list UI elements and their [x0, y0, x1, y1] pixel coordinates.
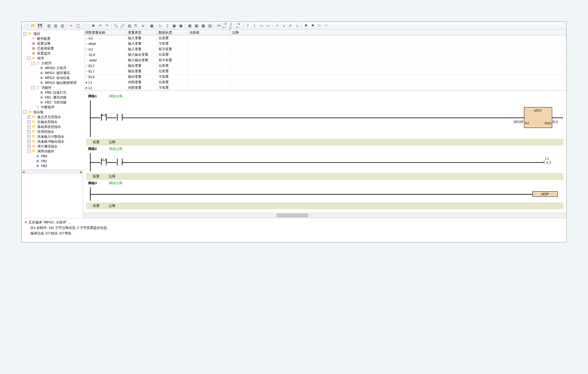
table-row[interactable]: ↘in1输入变量位装置 — [83, 36, 566, 41]
toolbar-button[interactable]: ⊣⊢ — [216, 23, 222, 29]
collapse-icon[interactable]: - — [31, 62, 35, 65]
toolbar-button[interactable]: ↗ — [287, 23, 293, 29]
tree-item[interactable]: +📁接点开关型指令 — [22, 114, 84, 119]
toolbar-button[interactable]: ▥ — [52, 23, 58, 29]
tree-item[interactable]: ▢中断程序 — [22, 105, 84, 110]
ladder-rung[interactable]: EL8 L1 (S) — [90, 153, 563, 171]
collapse-icon[interactable]: - — [23, 32, 27, 36]
table-row[interactable]: ↔dddd输入输出变量双字装置 — [83, 58, 566, 63]
tree-item[interactable]: -📁指令集 — [22, 110, 84, 114]
tree-item[interactable]: -📁项目 — [22, 31, 84, 36]
column-header[interactable]: 注释 — [230, 30, 566, 35]
toolbar-button[interactable]: ▥ — [46, 23, 52, 29]
tree-item[interactable]: ▣MPG1: 循环通讯 — [22, 70, 84, 75]
table-row[interactable]: ◆L2内部变量字装置 — [83, 85, 566, 91]
network-comment[interactable]: 网络注释 — [109, 181, 123, 185]
toolbar-button[interactable]: 🔎 — [119, 23, 126, 29]
column-header[interactable]: 数据长度 — [157, 30, 187, 35]
toolbar-button[interactable]: ↘ — [281, 23, 287, 29]
collapse-icon[interactable]: - — [23, 110, 27, 114]
tree-item[interactable]: +📁串行通讯指令 — [22, 144, 84, 149]
toolbar-button[interactable]: ⇲ — [140, 23, 146, 29]
table-row[interactable]: ↗EL2输出变量位装置 — [83, 63, 566, 69]
tree-item[interactable]: ▣FB0: 往返打孔 — [22, 90, 84, 95]
no-contact[interactable]: EL8 — [100, 159, 107, 166]
toolbar-button[interactable]: ▯ — [164, 23, 170, 29]
toolbar-button[interactable]: ▤ — [126, 23, 132, 29]
toolbar-button[interactable]: ⚑ — [303, 23, 309, 29]
collapse-icon[interactable]: - — [31, 86, 35, 89]
expand-icon[interactable]: + — [27, 145, 31, 148]
toolbar-button[interactable]: ▦ — [187, 23, 193, 29]
table-row[interactable]: ↗EL6输出变量字装置 — [83, 74, 566, 80]
toolbar-button[interactable]: 🔍 — [113, 23, 119, 29]
ladder-rung[interactable]: in1 MOV DFDSF In1 Out1 EL6 — [90, 100, 563, 137]
toolbar-button[interactable]: 📄 — [81, 23, 88, 29]
ladder-hscroll[interactable] — [83, 213, 566, 218]
toolbar-button[interactable]: ▣ — [149, 23, 155, 29]
tree-item[interactable]: ⚙硬件配置 — [22, 36, 84, 41]
tree-item[interactable]: +📁应用型指令 — [22, 129, 84, 134]
toolbar-button[interactable]: ⤴ — [245, 23, 251, 29]
project-tree[interactable]: -📁项目⚙硬件配置▦装置注释▦已使用装置▦装置监控-📁程序-▢主程序▣MPG0:… — [22, 30, 85, 170]
toolbar-button[interactable]: ⊣/⊢ — [236, 23, 242, 29]
table-row[interactable]: ◆L1内部变量位装置 — [83, 80, 566, 85]
column-header[interactable]: 变量类型 — [126, 30, 157, 35]
tree-item[interactable]: +📁高速脉冲输出指令 — [22, 139, 84, 144]
nop-instruction[interactable]: NOP — [533, 191, 558, 197]
table-row[interactable]: ↘in2输入变量双字装置 — [83, 47, 566, 52]
table-row[interactable]: ↗EL7输出变量位装置 — [83, 69, 566, 74]
toolbar-button[interactable]: -( )- — [229, 23, 235, 29]
tree-item[interactable]: ▣MPG3: 输出数据管理 — [22, 80, 84, 85]
toolbar-button[interactable]: ⊣/⊢ — [222, 23, 228, 29]
network-comment[interactable]: 网络注释 — [109, 147, 123, 151]
toolbar-button[interactable]: ▥ — [59, 23, 65, 29]
tree-item[interactable]: ▣FB0 — [22, 154, 84, 159]
column-header[interactable]: 局部变量名称 — [83, 30, 126, 35]
expand-icon[interactable]: + — [27, 125, 31, 129]
toolbar-button[interactable]: ▣ — [171, 23, 177, 29]
toolbar-button[interactable]: ⚐ — [323, 23, 329, 29]
toolbar-button[interactable]: ▣ — [178, 23, 184, 29]
tree-item[interactable]: -▢功能块 — [22, 85, 84, 90]
toolbar-button[interactable]: ↶ — [97, 23, 103, 29]
tree-item[interactable]: +📁高速输入计数指令 — [22, 134, 84, 139]
ladder-rung[interactable]: NOP — [90, 187, 563, 201]
tree-hscroll[interactable]: ◀▶ — [22, 170, 83, 174]
toolbar-button[interactable]: 💾 — [37, 23, 43, 29]
tree-item[interactable]: ▣FB1 — [22, 159, 84, 163]
set-coil[interactable]: L1 (S) — [543, 160, 554, 165]
collapse-icon[interactable]: - — [27, 57, 31, 60]
toolbar-button[interactable]: ▤ — [207, 23, 213, 29]
toolbar-button[interactable]: ↷ — [104, 23, 110, 29]
tree-item[interactable]: +📁位输出型指令 — [22, 119, 84, 124]
tree-item[interactable]: ▣FB2 — [22, 163, 84, 168]
toolbar-button[interactable]: 📄 — [23, 23, 29, 29]
expand-icon[interactable]: + — [27, 135, 31, 138]
tree-item[interactable]: -▢主程序 — [22, 61, 84, 65]
expand-icon[interactable]: + — [27, 130, 31, 133]
toolbar-button[interactable]: ✖ — [90, 23, 96, 29]
toolbar-button[interactable]: ⚐ — [316, 23, 322, 29]
variable-table[interactable]: 局部变量名称变量类型数据长度当前值注释↘in1输入变量位装置↘dfdsf输入变量… — [83, 30, 566, 91]
table-row[interactable]: ↘dfdsf输入变量字装置 — [83, 41, 566, 47]
tree-item[interactable]: ▣FB2: 飞剪功能 — [22, 100, 84, 105]
instruction-box[interactable]: MOV DFDSF In1 Out1 EL6 — [524, 107, 552, 128]
collapse-icon[interactable]: - — [27, 150, 31, 153]
toolbar-button[interactable]: 📂 — [30, 23, 36, 29]
tree-item[interactable]: -📁调用功能块 — [22, 149, 84, 154]
tree-item[interactable]: ▣MPG2: 自动往返 — [22, 75, 84, 80]
ladder-editor[interactable]: 网络1 网络注释 in1 — [83, 91, 566, 213]
tree-item[interactable]: ▦已使用装置 — [22, 46, 84, 51]
toolbar-button[interactable]: ▭ — [258, 23, 264, 29]
toolbar-button[interactable]: ▭ — [265, 23, 271, 29]
toolbar-button[interactable]: ▷ — [157, 23, 164, 29]
expand-icon[interactable]: + — [27, 120, 31, 124]
toolbar-button[interactable]: ▦ — [193, 23, 199, 29]
tree-item[interactable]: ▦装置注释 — [22, 41, 84, 46]
network-comment[interactable]: 网络注释 — [109, 94, 123, 99]
toolbar-button[interactable]: ⇱ — [133, 23, 139, 29]
toolbar-button[interactable]: 📋 — [75, 23, 81, 29]
close-icon[interactable]: × — [25, 220, 27, 224]
toolbar-button[interactable]: ↗ — [274, 23, 280, 29]
